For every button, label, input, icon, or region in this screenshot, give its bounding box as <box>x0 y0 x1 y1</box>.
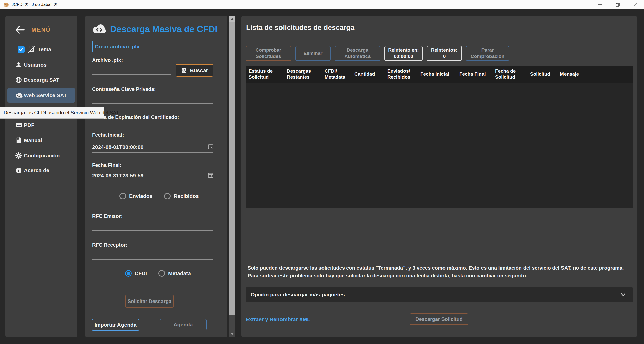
boar-logo-icon <box>3 2 9 7</box>
list-title: Lista de solicitudes de descarga <box>246 24 354 32</box>
download-request-button[interactable]: Descargar Solicitud <box>410 313 468 325</box>
start-date-value[interactable]: 2024-08-01T00:00:00 <box>92 144 143 150</box>
request-list-panel: Lista de solicitudes de descarga Comprob… <box>242 16 637 337</box>
scrollbar-thumb[interactable] <box>229 22 235 315</box>
sidebar-item-label: Usuarios <box>24 62 47 68</box>
recibidos-radio[interactable] <box>164 193 171 199</box>
info-icon <box>15 167 22 174</box>
sidebar-item-label: Manual <box>24 137 42 143</box>
column-header: Solicitud <box>527 71 557 77</box>
column-header: CFDI/ Metadata <box>321 68 351 80</box>
cfdi-radio[interactable] <box>125 270 132 277</box>
enviados-radio-label: Enviados <box>129 193 152 199</box>
sidebar-item-pdf[interactable]: PDF PDF <box>5 119 77 131</box>
column-header: Enviados/ Recibidos <box>384 68 417 80</box>
extract-rename-xml-link[interactable]: Extraer y Renombrar XML <box>246 316 310 322</box>
more-packages-accordion[interactable]: Opción para descargar más paquetes <box>246 287 633 302</box>
book-icon <box>15 137 22 144</box>
sidebar-item-manual[interactable]: Manual <box>5 134 77 146</box>
person-icon <box>15 61 22 68</box>
column-header: Fecha Final <box>456 71 492 77</box>
private-key-password-input[interactable] <box>92 91 213 104</box>
stop-check-button[interactable]: Parar Comprobación <box>466 46 509 61</box>
browse-button[interactable]: Buscar <box>176 64 213 77</box>
retry-countdown-display: Reintento en: 00:00:00 <box>384 46 423 61</box>
sidebar: MENÚ T <box>5 16 77 337</box>
metadata-radio[interactable] <box>158 270 165 277</box>
column-header: Cantidad <box>351 71 384 77</box>
theme-icon <box>27 45 35 53</box>
delete-button[interactable]: Eliminar <box>295 46 331 61</box>
scroll-down-icon[interactable] <box>229 331 235 337</box>
calendar-icon[interactable] <box>207 143 214 150</box>
sidebar-item-label: Descarga SAT <box>24 77 59 83</box>
rfc-receptor-input[interactable] <box>92 247 213 260</box>
minimize-button[interactable] <box>591 0 609 9</box>
end-date-value[interactable]: 2024-08-31T23:59:59 <box>92 173 143 179</box>
type-radio-group: CFDI Metadata <box>125 270 191 277</box>
cfdi-radio-label: CFDI <box>135 270 147 276</box>
sidebar-item-acerca-de[interactable]: Acerca de <box>5 164 77 177</box>
sidebar-item-label: Tema <box>38 46 51 52</box>
accordion-label: Opción para descargar más paquetes <box>251 292 345 298</box>
sidebar-item-label: Web Service SAT <box>24 92 67 98</box>
list-toolbar: Comprobar Solicitudes Eliminar Descarga … <box>246 46 509 61</box>
import-agenda-button[interactable]: Importar Agenda <box>92 319 139 331</box>
download-form-panel: Descarga Masiva de CFDI Crear archivo .p… <box>85 16 227 337</box>
scroll-up-icon[interactable] <box>229 16 235 22</box>
table-body-empty <box>246 83 633 208</box>
limitation-note: Solo pueden descargarse las solicitudes … <box>248 264 627 280</box>
restore-button[interactable] <box>609 0 626 9</box>
svg-text:PDF: PDF <box>17 124 21 127</box>
agenda-button[interactable]: Agenda <box>160 319 207 330</box>
pdf-icon: PDF <box>15 122 23 129</box>
sidebar-item-configuracion[interactable]: Configuración <box>5 150 77 162</box>
tooltip-text: Descarga los CFDI usando el Servicio Web… <box>4 110 120 116</box>
sidebar-item-tema[interactable]: Tema <box>5 43 77 55</box>
check-requests-button[interactable]: Comprobar Solicitudes <box>246 46 291 61</box>
cloud-code-icon <box>92 24 106 35</box>
page-title: Descarga Masiva de CFDI <box>110 24 217 34</box>
column-header: Fecha de Solicitud <box>492 68 527 80</box>
start-date-underline <box>92 152 213 153</box>
menu-header: MENÚ <box>15 26 51 34</box>
enviados-radio[interactable] <box>119 193 126 199</box>
chevron-down-icon <box>619 291 627 298</box>
request-download-button[interactable]: Solicitar Descarga <box>125 295 174 308</box>
sidebar-item-label: PDF <box>24 122 34 128</box>
start-date-label: Fecha Inicial: <box>92 132 124 138</box>
browse-button-label: Buscar <box>190 67 208 73</box>
gear-icon <box>15 152 22 159</box>
cloud-code-icon <box>15 92 23 98</box>
table-header-row: Estatus de Solicitud Descargas Restantes… <box>246 66 633 83</box>
column-header: Fecha Inicial <box>417 71 456 77</box>
tema-checkbox[interactable] <box>18 46 25 53</box>
globe-icon <box>15 76 22 83</box>
calendar-icon[interactable] <box>207 172 214 178</box>
requests-table: Estatus de Solicitud Descargas Restantes… <box>246 66 633 208</box>
retry-count-display: Reintentos: 0 <box>427 46 462 61</box>
sidebar-item-usuarios[interactable]: Usuarios <box>5 59 77 71</box>
metadata-radio-label: Metadata <box>168 270 191 276</box>
sidebar-item-descarga-sat[interactable]: Descarga SAT <box>5 74 77 86</box>
end-date-underline <box>92 181 213 181</box>
window-controls <box>591 0 644 9</box>
sidebar-item-label: Configuración <box>24 153 60 159</box>
menu-label: MENÚ <box>31 27 51 33</box>
end-date-label: Fecha Final: <box>92 162 122 168</box>
auto-download-button[interactable]: Descarga Automática <box>335 46 380 61</box>
sidebar-item-web-service-sat[interactable]: Web Service SAT <box>7 88 75 103</box>
window-title: JCFDI ® - J de Jabalí ® <box>12 2 57 7</box>
rfc-emisor-input[interactable] <box>92 218 213 231</box>
column-header: Descargas Restantes <box>284 68 321 80</box>
main-area: MENÚ T <box>0 9 644 344</box>
column-header: Mensaje <box>557 71 633 77</box>
create-pfx-button[interactable]: Crear archivo .pfx <box>92 41 142 52</box>
back-arrow-icon[interactable] <box>15 26 25 34</box>
column-header: Estatus de Solicitud <box>246 68 284 80</box>
recibidos-radio-label: Recibidos <box>174 193 199 199</box>
pfx-file-input[interactable] <box>92 62 171 75</box>
close-button[interactable] <box>626 0 644 9</box>
form-scrollbar[interactable] <box>229 16 235 337</box>
direction-radio-group: Enviados Recibidos <box>119 193 199 199</box>
